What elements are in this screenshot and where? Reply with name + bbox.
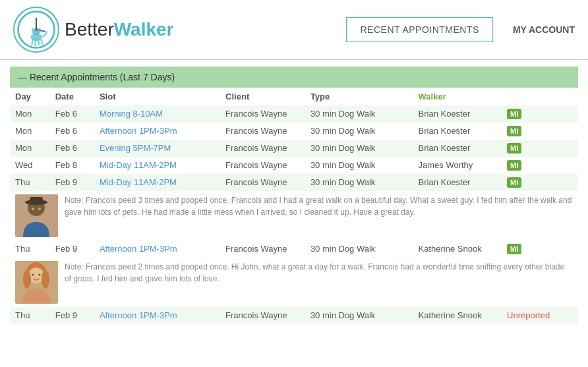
cell-type: 30 min Dog Walk xyxy=(305,123,413,140)
cell-walker: James Worthy xyxy=(413,157,502,174)
col-header-slot: Slot xyxy=(94,88,220,105)
cell-day: Mon xyxy=(10,105,50,123)
table-row: Thu Feb 9 Afternoon 1PM-3Pm Francois Way… xyxy=(10,240,578,258)
cell-date: Feb 9 xyxy=(50,174,94,191)
cell-walker: Brian Koester xyxy=(413,140,502,157)
cell-date: Feb 6 xyxy=(50,105,94,123)
cell-client: Francois Wayne xyxy=(220,157,305,174)
table-row: Thu Feb 9 Mid-Day 11AM-2PM Francois Wayn… xyxy=(10,174,578,191)
cell-walker: Katherine Snook xyxy=(413,307,502,324)
table-row: Mon Feb 6 Afternoon 1PM-3Pm Francois Way… xyxy=(10,123,578,140)
cell-badge: MI xyxy=(502,157,578,174)
cell-client: Francois Wayne xyxy=(220,123,305,140)
mi-badge: MI xyxy=(507,244,521,254)
logo-area: BetterWalker xyxy=(13,7,173,53)
note-cell: Note: Francois peed 3 times and pooped o… xyxy=(15,194,573,237)
cell-slot: Afternoon 1PM-3Pm xyxy=(94,307,220,324)
cell-day: Thu xyxy=(10,174,50,191)
unreported-badge: Unreported xyxy=(507,310,550,320)
mi-badge: MI xyxy=(507,160,521,171)
cell-type: 30 min Dog Walk xyxy=(305,174,413,191)
cell-client: Francois Wayne xyxy=(220,240,305,258)
svg-line-11 xyxy=(42,40,43,45)
cell-client: Francois Wayne xyxy=(220,140,305,157)
cell-day: Wed xyxy=(10,157,50,174)
cell-badge: MI xyxy=(502,174,578,191)
cell-client: Francois Wayne xyxy=(220,105,305,123)
cell-slot: Mid-Day 11AM-2PM xyxy=(94,157,220,174)
cell-day: Mon xyxy=(10,123,50,140)
nav-area: RECENT APPOINTMENTS MY ACCOUNT xyxy=(346,17,575,42)
svg-line-9 xyxy=(35,40,36,45)
cell-slot: Evening 5PM-7PM xyxy=(94,140,220,157)
cell-walker: Brian Koester xyxy=(413,174,502,191)
svg-point-17 xyxy=(38,208,41,210)
svg-line-8 xyxy=(32,40,33,45)
appointments-table: Day Date Slot Client Type Walker Mon Feb… xyxy=(10,88,578,324)
note-cell-container: Note: Francois peed 2 times and pooped o… xyxy=(10,258,578,307)
mi-badge: MI xyxy=(507,126,521,136)
main-content: — Recent Appointments (Last 7 Days) Day … xyxy=(0,60,588,330)
table-row: Wed Feb 8 Mid-Day 11AM-2PM Francois Wayn… xyxy=(10,157,578,174)
cell-walker: Brian Koester xyxy=(413,123,502,140)
cell-slot: Morning 8-10AM xyxy=(94,105,220,123)
cell-walker: Brian Koester xyxy=(413,105,502,123)
col-header-day: Day xyxy=(10,88,50,105)
note-text-2: Note: Francois peed 2 times and pooped o… xyxy=(65,261,573,285)
col-header-type: Type xyxy=(305,88,413,105)
walker-photo xyxy=(15,194,58,237)
cell-day: Thu xyxy=(10,240,50,258)
logo-icon xyxy=(13,7,59,53)
cell-client: Francois Wayne xyxy=(220,174,305,191)
svg-point-16 xyxy=(32,208,34,210)
cell-date: Feb 6 xyxy=(50,123,94,140)
cell-date: Feb 6 xyxy=(50,140,94,157)
cell-day: Thu xyxy=(10,307,50,324)
mi-badge: MI xyxy=(507,143,521,154)
note-cell: Note: Francois peed 2 times and pooped o… xyxy=(15,261,573,304)
svg-point-23 xyxy=(23,270,31,289)
cell-badge: MI xyxy=(502,105,578,123)
cell-badge: MI xyxy=(502,240,578,258)
cell-slot: Mid-Day 11AM-2PM xyxy=(94,174,220,191)
svg-point-22 xyxy=(39,274,41,276)
note-row: Note: Francois peed 2 times and pooped o… xyxy=(10,258,578,307)
cell-type: 30 min Dog Walk xyxy=(305,157,413,174)
cell-type: 30 min Dog Walk xyxy=(305,140,413,157)
col-header-client: Client xyxy=(220,88,305,105)
cell-date: Feb 8 xyxy=(50,157,94,174)
recent-appointments-button[interactable]: RECENT APPOINTMENTS xyxy=(346,17,492,42)
walker-photo-2 xyxy=(15,261,58,304)
cell-slot: Afternoon 1PM-3Pm xyxy=(94,240,220,258)
svg-point-24 xyxy=(42,270,49,289)
cell-type: 30 min Dog Walk xyxy=(305,105,413,123)
table-header-row: Day Date Slot Client Type Walker xyxy=(10,88,578,105)
cell-type: 30 min Dog Walk xyxy=(305,240,413,258)
section-header: — Recent Appointments (Last 7 Days) xyxy=(10,67,578,88)
cell-day: Mon xyxy=(10,140,50,157)
page-header: BetterWalker RECENT APPOINTMENTS MY ACCO… xyxy=(0,0,588,60)
col-header-date: Date xyxy=(50,88,94,105)
logo-text: BetterWalker xyxy=(65,19,173,40)
svg-point-21 xyxy=(32,274,34,276)
note-cell-container: Note: Francois peed 3 times and pooped o… xyxy=(10,191,578,240)
cell-date: Feb 9 xyxy=(50,240,94,258)
cell-slot: Afternoon 1PM-3Pm xyxy=(94,123,220,140)
cell-type: 30 min Dog Walk xyxy=(305,307,413,324)
note-row: Note: Francois peed 3 times and pooped o… xyxy=(10,191,578,240)
cell-client: Francois Wayne xyxy=(220,307,305,324)
cell-date: Feb 9 xyxy=(50,307,94,324)
col-header-badge xyxy=(502,88,578,105)
table-row: Mon Feb 6 Morning 8-10AM Francois Wayne … xyxy=(10,105,578,123)
cell-unreported: Unreported xyxy=(502,307,578,324)
svg-rect-15 xyxy=(30,197,43,204)
cell-badge: MI xyxy=(502,123,578,140)
col-header-walker: Walker xyxy=(413,88,502,105)
table-row: Mon Feb 6 Evening 5PM-7PM Francois Wayne… xyxy=(10,140,578,157)
mi-badge: MI xyxy=(507,177,521,188)
cell-walker: Katherine Snook xyxy=(413,240,502,258)
table-row: Thu Feb 9 Afternoon 1PM-3Pm Francois Way… xyxy=(10,307,578,324)
my-account-link[interactable]: MY ACCOUNT xyxy=(513,24,575,35)
cell-badge: MI xyxy=(502,140,578,157)
mi-badge: MI xyxy=(507,109,521,119)
